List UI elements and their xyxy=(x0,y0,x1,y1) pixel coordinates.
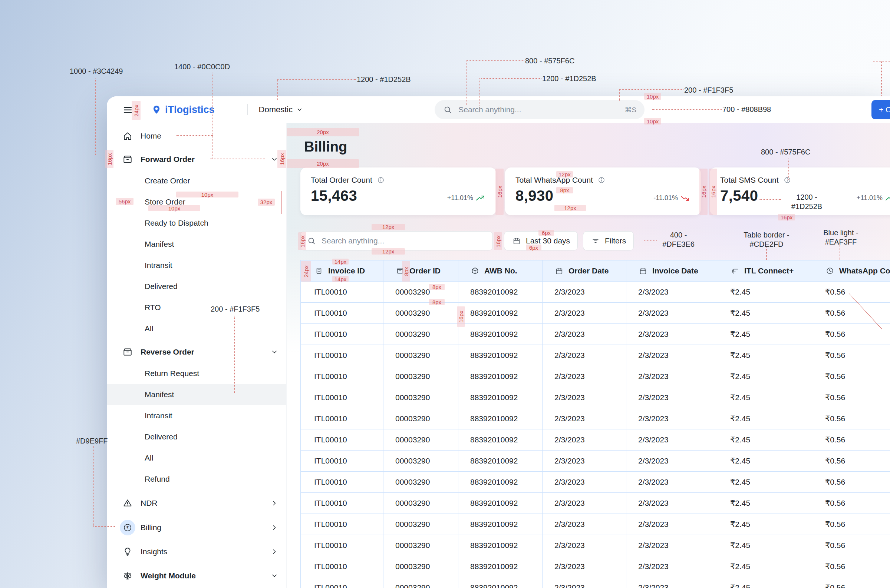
sidebar-label: Refund xyxy=(144,475,170,483)
sidebar-item-rto[interactable]: RTO xyxy=(107,297,286,318)
sidebar-item-all-forward[interactable]: All xyxy=(107,318,286,339)
cell-order-id: 00003290 xyxy=(383,429,459,450)
table-row[interactable]: ITL00010 00003290 88392010092 2/3/2023 2… xyxy=(301,472,890,493)
cell-invoice-date: 2/3/2023 xyxy=(626,324,718,345)
chevron-down-icon xyxy=(296,106,303,113)
sidebar-label: Billing xyxy=(141,523,161,532)
cell-order-date: 2/3/2023 xyxy=(543,472,626,493)
table-row[interactable]: ITL00010 00003290 88392010092 2/3/2023 2… xyxy=(301,514,890,535)
card-change-value: +11.01% xyxy=(857,194,882,202)
sidebar-item-weight-module[interactable]: Weight Module xyxy=(107,565,286,586)
table-row[interactable]: ITL00010 00003290 88392010092 2/3/2023 2… xyxy=(301,408,890,429)
sidebar-item-delivered-reverse[interactable]: Delivered xyxy=(107,426,286,447)
sidebar-item-intransit-reverse[interactable]: Intransit xyxy=(107,405,286,426)
app-window: iTlogistics Domestic ⌘S + C Home xyxy=(107,96,890,588)
column-header-invoice-date[interactable]: Invoice Date xyxy=(626,260,718,282)
table-row[interactable]: ITL00010 00003290 88392010092 2/3/2023 2… xyxy=(301,535,890,556)
sidebar-item-create-order[interactable]: Create Order xyxy=(107,170,286,191)
sidebar-item-refund[interactable]: Refund xyxy=(107,468,286,489)
sidebar-item-store-order[interactable]: Store Order xyxy=(107,191,286,212)
sidebar-item-intransit-forward[interactable]: Intransit xyxy=(107,255,286,276)
cell-invoice-date: 2/3/2023 xyxy=(626,387,718,408)
sidebar-item-home[interactable]: Home xyxy=(107,125,286,147)
redline-spec-label: 1200 - #1D252B xyxy=(357,75,411,84)
date-range-button[interactable]: Last 30 days xyxy=(504,231,578,250)
sidebar-item-insights[interactable]: Insights xyxy=(107,541,286,562)
hamburger-menu-icon[interactable] xyxy=(123,105,133,115)
table-body: ITL00010 00003290 88392010092 2/3/2023 2… xyxy=(301,282,890,588)
sidebar-item-all-reverse[interactable]: All xyxy=(107,447,286,468)
info-icon[interactable] xyxy=(376,176,386,184)
card-value: 8,930 xyxy=(516,188,554,204)
cell-awb-no: 88392010092 xyxy=(459,514,543,535)
brand-logo[interactable]: iTlogistics xyxy=(152,104,215,116)
card-change: +11.01% xyxy=(447,194,486,204)
column-header-awb-no[interactable]: AWB No. xyxy=(459,260,543,282)
cell-itl-connect: ₹2.45 xyxy=(718,282,813,303)
brand-pin-icon xyxy=(152,104,161,115)
sidebar-item-ready-to-dispatch[interactable]: Ready to Dispatch xyxy=(107,212,286,233)
page-title: Billing xyxy=(301,123,890,155)
sidebar-item-reverse-order[interactable]: Reverse Order xyxy=(107,341,286,363)
calendar-icon xyxy=(555,267,564,275)
sidebar-label: Delivered xyxy=(144,282,177,291)
region-selector[interactable]: Domestic xyxy=(259,105,303,114)
column-header-invoice-id[interactable]: Invoice ID xyxy=(301,260,383,282)
cell-order-date: 2/3/2023 xyxy=(543,387,626,408)
sidebar-item-forward-order[interactable]: Forward Order xyxy=(107,148,286,170)
cell-awb-no: 88392010092 xyxy=(459,429,543,450)
cell-order-date: 2/3/2023 xyxy=(543,535,626,556)
cell-invoice-date: 2/3/2023 xyxy=(626,282,718,303)
create-order-button[interactable]: + C xyxy=(872,100,890,119)
cell-invoice-date: 2/3/2023 xyxy=(626,493,718,514)
info-icon[interactable] xyxy=(782,176,792,184)
table-row[interactable]: ITL00010 00003290 88392010092 2/3/2023 2… xyxy=(301,556,890,577)
chevron-right-icon xyxy=(271,548,278,555)
redline-line xyxy=(480,78,541,79)
sidebar-item-billing[interactable]: ₹ Billing xyxy=(107,517,286,538)
column-header-order-id[interactable]: Order ID xyxy=(383,260,459,282)
redline-line xyxy=(881,61,882,96)
table-row[interactable]: ITL00010 00003290 88392010092 2/3/2023 2… xyxy=(301,450,890,472)
table-row[interactable]: ITL00010 00003290 88392010092 2/3/2023 2… xyxy=(301,577,890,588)
search-icon xyxy=(443,106,453,114)
cell-whatsapp-cost: ₹0.56 xyxy=(813,303,890,324)
table-row[interactable]: ITL00010 00003290 88392010092 2/3/2023 2… xyxy=(301,345,890,366)
stat-card-total-whatsapp-count: Total WhatsApp Count 8,930 -11.01% xyxy=(505,168,701,215)
cell-itl-connect: ₹2.45 xyxy=(718,408,813,429)
chevron-right-icon xyxy=(271,524,278,531)
table-row[interactable]: ITL00010 00003290 88392010092 2/3/2023 2… xyxy=(301,282,890,303)
sidebar-item-ndr[interactable]: NDR xyxy=(107,492,286,514)
table-search-input[interactable] xyxy=(321,236,487,246)
table-row[interactable]: ITL00010 00003290 88392010092 2/3/2023 2… xyxy=(301,493,890,514)
sidebar-item-return-request[interactable]: Return Request xyxy=(107,363,286,384)
table-search[interactable] xyxy=(301,231,493,250)
cell-invoice-date: 2/3/2023 xyxy=(626,408,718,429)
cell-awb-no: 88392010092 xyxy=(459,556,543,577)
cell-whatsapp-cost: ₹0.56 xyxy=(813,535,890,556)
table-row[interactable]: ITL00010 00003290 88392010092 2/3/2023 2… xyxy=(301,303,890,324)
sidebar-item-delivered-forward[interactable]: Delivered xyxy=(107,276,286,297)
global-search[interactable]: ⌘S xyxy=(434,100,645,119)
table-row[interactable]: ITL00010 00003290 88392010092 2/3/2023 2… xyxy=(301,429,890,450)
column-header-whatsapp-cost[interactable]: WhatsApp Co xyxy=(813,260,890,282)
sidebar-item-manifest-reverse[interactable]: Manifest xyxy=(107,384,286,405)
info-icon[interactable] xyxy=(597,176,606,184)
sidebar-item-manifest-forward[interactable]: Manifest xyxy=(107,233,286,255)
global-search-input[interactable] xyxy=(458,105,619,114)
cell-invoice-id: ITL00010 xyxy=(301,514,383,535)
app-header: iTlogistics Domestic ⌘S + C xyxy=(107,96,890,123)
column-header-order-date[interactable]: Order Date xyxy=(543,260,626,282)
cell-order-date: 2/3/2023 xyxy=(543,345,626,366)
table-row[interactable]: ITL00010 00003290 88392010092 2/3/2023 2… xyxy=(301,387,890,408)
cell-order-id: 00003290 xyxy=(383,472,459,493)
header-divider xyxy=(247,104,248,115)
column-header-itl-connect[interactable]: ITL Connect+ xyxy=(718,260,813,282)
filters-button[interactable]: Filters xyxy=(583,231,634,250)
search-icon xyxy=(307,237,316,245)
cell-order-id: 00003290 xyxy=(383,366,459,387)
table-row[interactable]: ITL00010 00003290 88392010092 2/3/2023 2… xyxy=(301,366,890,387)
cell-itl-connect: ₹2.45 xyxy=(718,324,813,345)
cell-invoice-date: 2/3/2023 xyxy=(626,450,718,472)
table-row[interactable]: ITL00010 00003290 88392010092 2/3/2023 2… xyxy=(301,324,890,345)
